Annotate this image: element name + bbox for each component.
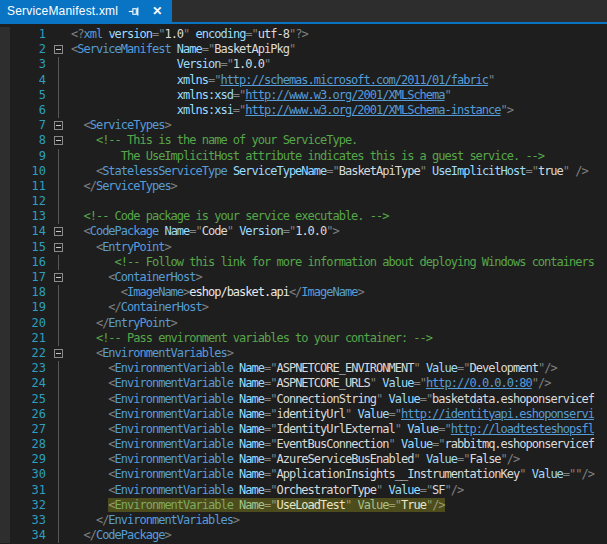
code-text[interactable] bbox=[67, 194, 607, 209]
code-line[interactable]: 9 The UseImplicitHost attribute indicate… bbox=[0, 149, 607, 164]
tab-servicemanifest[interactable]: ServiceManifest.xml ✕ bbox=[0, 0, 172, 22]
code-line[interactable]: 32 <EnvironmentVariable Name="UseLoadTes… bbox=[0, 498, 607, 513]
fold-column bbox=[50, 118, 67, 133]
code-text[interactable]: <!-- Follow this link for more informati… bbox=[67, 255, 607, 270]
fold-guide bbox=[58, 103, 59, 118]
fold-guide bbox=[58, 498, 59, 513]
code-line[interactable]: 26 <EnvironmentVariable Name="identityUr… bbox=[0, 407, 607, 422]
code-line[interactable]: 18 <ImageName>eshop/basket.api</ImageNam… bbox=[0, 285, 607, 300]
pin-icon[interactable] bbox=[127, 4, 141, 18]
code-line[interactable]: 4 xmlns="http://schemas.microsoft.com/20… bbox=[0, 73, 607, 88]
code-line[interactable]: 6 xmlns:xsi="http://www.w3.org/2001/XMLS… bbox=[0, 103, 607, 118]
fold-collapse-icon[interactable] bbox=[54, 45, 63, 54]
code-line[interactable]: 17 <ContainerHost> bbox=[0, 270, 607, 285]
line-number: 13 bbox=[10, 209, 50, 224]
code-text[interactable]: xmlns:xsi="http://www.w3.org/2001/XMLSch… bbox=[67, 103, 607, 118]
code-text[interactable]: <EnvironmentVariable Name="OrchestratorT… bbox=[67, 483, 607, 498]
code-text[interactable]: <ServiceManifest Name="BasketApiPkg" bbox=[67, 42, 607, 57]
code-line[interactable]: 13 <!-- Code package is your service exe… bbox=[0, 209, 607, 224]
fold-guide bbox=[58, 407, 59, 422]
code-line[interactable]: 7 <ServiceTypes> bbox=[0, 118, 607, 133]
code-text[interactable]: <EnvironmentVariable Name="EventBusConne… bbox=[67, 437, 607, 452]
line-number: 19 bbox=[10, 300, 50, 315]
code-line[interactable]: 14 <CodePackage Name="Code" Version="1.0… bbox=[0, 224, 607, 239]
line-number: 24 bbox=[10, 376, 50, 391]
code-text[interactable]: <EntryPoint> bbox=[67, 240, 607, 255]
code-line[interactable]: 29 <EnvironmentVariable Name="AzureServi… bbox=[0, 452, 607, 467]
code-line[interactable]: 27 <EnvironmentVariable Name="IdentityUr… bbox=[0, 422, 607, 437]
code-line[interactable]: 31 <EnvironmentVariable Name="Orchestrat… bbox=[0, 483, 607, 498]
code-line[interactable]: 1<?xml version="1.0" encoding="utf-8"?> bbox=[0, 27, 607, 42]
code-text[interactable]: <!-- Code package is your service execut… bbox=[67, 209, 607, 224]
code-text[interactable]: </EnvironmentVariables> bbox=[67, 513, 607, 528]
code-text[interactable]: <EnvironmentVariable Name="IdentityUrlEx… bbox=[67, 422, 607, 437]
fold-guide bbox=[58, 361, 59, 376]
code-line[interactable]: 22 <EnvironmentVariables> bbox=[0, 346, 607, 361]
line-number: 8 bbox=[10, 133, 50, 148]
code-line[interactable]: 23 <EnvironmentVariable Name="ASPNETCORE… bbox=[0, 361, 607, 376]
code-text[interactable]: xmlns="http://schemas.microsoft.com/2011… bbox=[67, 73, 607, 88]
code-line[interactable]: 20 </EntryPoint> bbox=[0, 316, 607, 331]
code-text[interactable]: Version="1.0.0" bbox=[67, 57, 607, 72]
code-line[interactable]: 8 <!-- This is the name of your ServiceT… bbox=[0, 133, 607, 148]
code-text[interactable]: <EnvironmentVariable Name="ConnectionStr… bbox=[67, 392, 607, 407]
fold-collapse-icon[interactable] bbox=[54, 136, 63, 145]
code-text[interactable]: </ContainerHost> bbox=[67, 300, 607, 315]
fold-column bbox=[50, 452, 67, 467]
code-text[interactable]: <?xml version="1.0" encoding="utf-8"?> bbox=[67, 27, 607, 42]
code-text[interactable]: xmlns:xsd="http://www.w3.org/2001/XMLSch… bbox=[67, 88, 607, 103]
indicator-margin bbox=[0, 361, 10, 376]
fold-column bbox=[50, 88, 67, 103]
editor-pane[interactable]: 1<?xml version="1.0" encoding="utf-8"?>2… bbox=[0, 24, 607, 542]
fold-collapse-icon[interactable] bbox=[54, 227, 63, 236]
code-text[interactable]: <EnvironmentVariable Name="ApplicationIn… bbox=[67, 467, 607, 482]
code-area[interactable]: 1<?xml version="1.0" encoding="utf-8"?>2… bbox=[0, 27, 607, 543]
code-text[interactable]: <EnvironmentVariables> bbox=[67, 346, 607, 361]
code-text[interactable]: <EnvironmentVariable Name="identityUrl" … bbox=[67, 407, 607, 422]
indicator-margin bbox=[0, 498, 10, 513]
fold-collapse-icon[interactable] bbox=[54, 273, 63, 282]
code-text[interactable]: <!-- Pass environment variables to your … bbox=[67, 331, 607, 346]
code-line[interactable]: 11 </ServiceTypes> bbox=[0, 179, 607, 194]
code-text[interactable]: <!-- This is the name of your ServiceTyp… bbox=[67, 133, 607, 148]
code-line[interactable]: 5 xmlns:xsd="http://www.w3.org/2001/XMLS… bbox=[0, 88, 607, 103]
fold-column bbox=[50, 285, 67, 300]
code-text[interactable]: </CodePackage> bbox=[67, 528, 607, 543]
code-line[interactable]: 3 Version="1.0.0" bbox=[0, 57, 607, 72]
code-text[interactable]: <ContainerHost> bbox=[67, 270, 607, 285]
code-text[interactable]: <ServiceTypes> bbox=[67, 118, 607, 133]
code-line[interactable]: 10 <StatelessServiceType ServiceTypeName… bbox=[0, 164, 607, 179]
code-line[interactable]: 16 <!-- Follow this link for more inform… bbox=[0, 255, 607, 270]
code-text[interactable]: </ServiceTypes> bbox=[67, 179, 607, 194]
code-text[interactable]: <EnvironmentVariable Name="ASPNETCORE_UR… bbox=[67, 376, 607, 391]
code-text[interactable]: </EntryPoint> bbox=[67, 316, 607, 331]
close-icon[interactable]: ✕ bbox=[150, 4, 164, 18]
code-text[interactable]: <EnvironmentVariable Name="ASPNETCORE_EN… bbox=[67, 361, 607, 376]
fold-collapse-icon[interactable] bbox=[54, 121, 63, 130]
code-line[interactable]: 12 bbox=[0, 194, 607, 209]
code-text[interactable]: The UseImplicitHost attribute indicates … bbox=[67, 149, 607, 164]
fold-collapse-icon[interactable] bbox=[54, 349, 63, 358]
code-line[interactable]: 19 </ContainerHost> bbox=[0, 300, 607, 315]
code-line[interactable]: 2<ServiceManifest Name="BasketApiPkg" bbox=[0, 42, 607, 57]
code-line[interactable]: 21 <!-- Pass environment variables to yo… bbox=[0, 331, 607, 346]
code-line[interactable]: 15 <EntryPoint> bbox=[0, 240, 607, 255]
fold-guide bbox=[58, 528, 59, 543]
code-line[interactable]: 24 <EnvironmentVariable Name="ASPNETCORE… bbox=[0, 376, 607, 391]
code-text[interactable]: <CodePackage Name="Code" Version="1.0.0"… bbox=[67, 224, 607, 239]
code-line[interactable]: 28 <EnvironmentVariable Name="EventBusCo… bbox=[0, 437, 607, 452]
code-text[interactable]: <EnvironmentVariable Name="UseLoadTest" … bbox=[67, 498, 607, 513]
fold-guide bbox=[58, 316, 59, 331]
fold-column bbox=[50, 422, 67, 437]
code-text[interactable]: <EnvironmentVariable Name="AzureServiceB… bbox=[67, 452, 607, 467]
code-line[interactable]: 30 <EnvironmentVariable Name="Applicatio… bbox=[0, 467, 607, 482]
fold-collapse-icon[interactable] bbox=[54, 243, 63, 252]
code-text[interactable]: <StatelessServiceType ServiceTypeName="B… bbox=[67, 164, 607, 179]
code-line[interactable]: 25 <EnvironmentVariable Name="Connection… bbox=[0, 392, 607, 407]
code-line[interactable]: 33 </EnvironmentVariables> bbox=[0, 513, 607, 528]
code-line[interactable]: 34 </CodePackage> bbox=[0, 528, 607, 543]
code-text[interactable]: <ImageName>eshop/basket.api</ImageName> bbox=[67, 285, 607, 300]
line-number: 26 bbox=[10, 407, 50, 422]
fold-column bbox=[50, 240, 67, 255]
fold-column bbox=[50, 513, 67, 528]
